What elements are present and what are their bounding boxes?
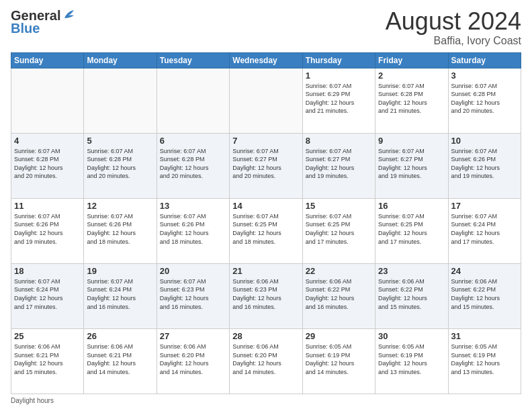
calendar-cell: 9Sunrise: 6:07 AM Sunset: 6:27 PM Daylig… [375,133,448,198]
calendar-cell: 1Sunrise: 6:07 AM Sunset: 6:29 PM Daylig… [302,68,375,133]
day-number: 2 [378,71,445,81]
day-detail: Sunrise: 6:07 AM Sunset: 6:28 PM Dayligh… [87,147,153,181]
day-detail: Sunrise: 6:06 AM Sunset: 6:23 PM Dayligh… [232,277,299,311]
day-number: 21 [232,266,299,276]
page: General Blue August 2024 Baffia, Ivory C… [0,0,532,411]
main-title: August 2024 [386,8,521,35]
day-number: 26 [87,331,153,341]
calendar-cell [230,68,302,133]
day-number: 11 [14,201,81,211]
calendar-cell: 10Sunrise: 6:07 AM Sunset: 6:26 PM Dayli… [448,133,521,198]
day-number: 7 [232,136,299,146]
day-detail: Sunrise: 6:07 AM Sunset: 6:27 PM Dayligh… [232,147,299,181]
day-number: 18 [14,266,81,276]
calendar-header-row: SundayMondayTuesdayWednesdayThursdayFrid… [11,52,521,68]
day-number: 22 [306,266,372,276]
header: General Blue August 2024 Baffia, Ivory C… [11,8,521,47]
calendar-header-saturday: Saturday [448,52,521,68]
day-detail: Sunrise: 6:07 AM Sunset: 6:25 PM Dayligh… [306,212,372,246]
day-detail: Sunrise: 6:07 AM Sunset: 6:26 PM Dayligh… [160,212,226,246]
calendar-table: SundayMondayTuesdayWednesdayThursdayFrid… [11,52,521,394]
calendar-cell: 20Sunrise: 6:07 AM Sunset: 6:23 PM Dayli… [157,263,229,328]
day-detail: Sunrise: 6:07 AM Sunset: 6:27 PM Dayligh… [306,147,372,181]
day-detail: Sunrise: 6:07 AM Sunset: 6:29 PM Dayligh… [306,82,372,116]
day-number: 19 [87,266,153,276]
day-number: 29 [306,331,372,341]
calendar-week-row: 4Sunrise: 6:07 AM Sunset: 6:28 PM Daylig… [11,133,521,198]
day-number: 13 [160,201,226,211]
calendar-cell: 4Sunrise: 6:07 AM Sunset: 6:28 PM Daylig… [11,133,84,198]
day-number: 9 [378,136,445,146]
calendar-cell: 12Sunrise: 6:07 AM Sunset: 6:26 PM Dayli… [84,198,157,263]
calendar-cell: 13Sunrise: 6:07 AM Sunset: 6:26 PM Dayli… [157,198,229,263]
day-detail: Sunrise: 6:07 AM Sunset: 6:23 PM Dayligh… [160,277,226,311]
calendar-week-row: 25Sunrise: 6:06 AM Sunset: 6:21 PM Dayli… [11,328,521,394]
calendar-cell: 18Sunrise: 6:07 AM Sunset: 6:24 PM Dayli… [11,263,84,328]
day-number: 31 [451,331,518,341]
calendar-cell: 5Sunrise: 6:07 AM Sunset: 6:28 PM Daylig… [84,133,157,198]
calendar-cell: 8Sunrise: 6:07 AM Sunset: 6:27 PM Daylig… [302,133,375,198]
calendar-cell: 22Sunrise: 6:06 AM Sunset: 6:22 PM Dayli… [302,263,375,328]
logo-blue: Blue [11,21,40,36]
day-number: 15 [306,201,372,211]
calendar-header-tuesday: Tuesday [157,52,229,68]
day-detail: Sunrise: 6:07 AM Sunset: 6:28 PM Dayligh… [451,82,518,116]
calendar-cell: 25Sunrise: 6:06 AM Sunset: 6:21 PM Dayli… [11,328,84,394]
day-detail: Sunrise: 6:05 AM Sunset: 6:19 PM Dayligh… [451,342,518,376]
calendar-cell: 19Sunrise: 6:07 AM Sunset: 6:24 PM Dayli… [84,263,157,328]
day-detail: Sunrise: 6:06 AM Sunset: 6:20 PM Dayligh… [160,342,226,376]
calendar-week-row: 18Sunrise: 6:07 AM Sunset: 6:24 PM Dayli… [11,263,521,328]
day-number: 14 [232,201,299,211]
day-number: 28 [232,331,299,341]
calendar-cell: 14Sunrise: 6:07 AM Sunset: 6:25 PM Dayli… [230,198,302,263]
day-detail: Sunrise: 6:07 AM Sunset: 6:28 PM Dayligh… [14,147,81,181]
title-block: August 2024 Baffia, Ivory Coast [386,8,521,47]
day-detail: Sunrise: 6:05 AM Sunset: 6:19 PM Dayligh… [306,342,372,376]
day-number: 5 [87,136,153,146]
calendar-header-friday: Friday [375,52,448,68]
day-number: 4 [14,136,81,146]
day-detail: Sunrise: 6:07 AM Sunset: 6:26 PM Dayligh… [14,212,81,246]
calendar-cell: 31Sunrise: 6:05 AM Sunset: 6:19 PM Dayli… [448,328,521,394]
day-detail: Sunrise: 6:06 AM Sunset: 6:22 PM Dayligh… [451,277,518,311]
calendar-cell: 24Sunrise: 6:06 AM Sunset: 6:22 PM Dayli… [448,263,521,328]
day-number: 20 [160,266,226,276]
calendar-cell: 17Sunrise: 6:07 AM Sunset: 6:24 PM Dayli… [448,198,521,263]
day-detail: Sunrise: 6:07 AM Sunset: 6:24 PM Dayligh… [451,212,518,246]
day-detail: Sunrise: 6:07 AM Sunset: 6:24 PM Dayligh… [14,277,81,311]
day-number: 10 [451,136,518,146]
day-detail: Sunrise: 6:06 AM Sunset: 6:20 PM Dayligh… [232,342,299,376]
day-detail: Sunrise: 6:07 AM Sunset: 6:26 PM Dayligh… [451,147,518,181]
day-detail: Sunrise: 6:07 AM Sunset: 6:25 PM Dayligh… [378,212,445,246]
calendar-cell: 2Sunrise: 6:07 AM Sunset: 6:28 PM Daylig… [375,68,448,133]
day-detail: Sunrise: 6:07 AM Sunset: 6:28 PM Dayligh… [160,147,226,181]
calendar-header-thursday: Thursday [302,52,375,68]
calendar-cell: 11Sunrise: 6:07 AM Sunset: 6:26 PM Dayli… [11,198,84,263]
calendar-cell: 3Sunrise: 6:07 AM Sunset: 6:28 PM Daylig… [448,68,521,133]
calendar-cell: 21Sunrise: 6:06 AM Sunset: 6:23 PM Dayli… [230,263,302,328]
calendar-cell: 26Sunrise: 6:06 AM Sunset: 6:21 PM Dayli… [84,328,157,394]
footer-note: Daylight hours [11,397,521,404]
day-detail: Sunrise: 6:07 AM Sunset: 6:26 PM Dayligh… [87,212,153,246]
calendar-cell: 28Sunrise: 6:06 AM Sunset: 6:20 PM Dayli… [230,328,302,394]
calendar-cell [11,68,84,133]
day-number: 30 [378,331,445,341]
day-number: 16 [378,201,445,211]
day-number: 25 [14,331,81,341]
day-number: 17 [451,201,518,211]
day-number: 1 [306,71,372,81]
calendar-header-monday: Monday [84,52,157,68]
day-number: 27 [160,331,226,341]
day-detail: Sunrise: 6:06 AM Sunset: 6:21 PM Dayligh… [14,342,81,376]
day-detail: Sunrise: 6:06 AM Sunset: 6:22 PM Dayligh… [306,277,372,311]
day-detail: Sunrise: 6:06 AM Sunset: 6:22 PM Dayligh… [378,277,445,311]
day-detail: Sunrise: 6:07 AM Sunset: 6:24 PM Dayligh… [87,277,153,311]
day-number: 23 [378,266,445,276]
day-number: 3 [451,71,518,81]
logo: General Blue [11,8,77,36]
logo-bird-icon [62,9,77,21]
calendar-cell: 29Sunrise: 6:05 AM Sunset: 6:19 PM Dayli… [302,328,375,394]
calendar-week-row: 11Sunrise: 6:07 AM Sunset: 6:26 PM Dayli… [11,198,521,263]
calendar-cell [157,68,229,133]
day-number: 6 [160,136,226,146]
